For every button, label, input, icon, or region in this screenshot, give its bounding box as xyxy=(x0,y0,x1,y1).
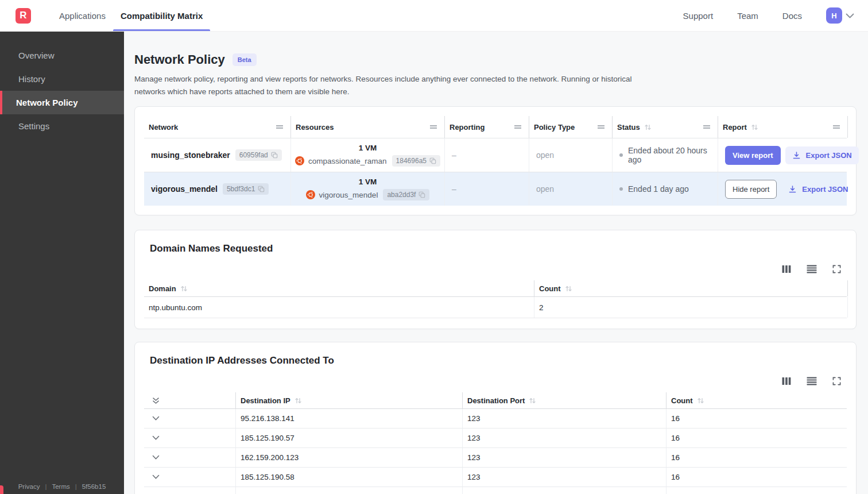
expander-cell xyxy=(144,409,236,428)
columns-view-icon[interactable] xyxy=(782,377,791,385)
network-table-header: Network Resources Reporting xyxy=(144,116,847,138)
destination-table-header: Destination IP Destination Port xyxy=(144,392,847,409)
network-hash-pill: 60959fad xyxy=(235,149,282,161)
copy-icon[interactable] xyxy=(258,186,265,192)
col-header-destination-port[interactable]: Destination Port xyxy=(463,392,666,408)
col-header-domain[interactable]: Domain xyxy=(144,280,534,296)
copy-icon[interactable] xyxy=(429,157,436,164)
nav-link-team[interactable]: Team xyxy=(737,11,758,21)
rows-view-icon[interactable] xyxy=(807,377,817,385)
drag-handle-icon[interactable] xyxy=(832,125,840,129)
report-cell: View report Export JSON xyxy=(718,138,848,172)
reporting-cell: – xyxy=(445,172,529,206)
resource-name: vigorous_mendel xyxy=(319,191,378,199)
fullscreen-icon[interactable] xyxy=(832,265,841,273)
nav-tabs: Applications Compatibility Matrix xyxy=(52,0,210,31)
col-header-count[interactable]: Count xyxy=(666,392,848,408)
col-label: Reporting xyxy=(450,123,485,132)
network-cell: vigorous_mendel 5bdf3dc1 xyxy=(144,172,291,206)
hide-report-button[interactable]: Hide report xyxy=(725,180,777,199)
chevron-down-icon[interactable] xyxy=(152,416,160,421)
network-hash-pill: 5bdf3dc1 xyxy=(223,183,269,195)
expander-cell xyxy=(144,468,236,487)
drag-handle-icon[interactable] xyxy=(597,125,605,129)
resource-count: 1 VM xyxy=(359,177,377,186)
network-name: musing_stonebraker xyxy=(151,150,230,160)
destination-ip-cell: 185.125.190.57 xyxy=(236,429,463,447)
terms-link[interactable]: Terms xyxy=(52,483,69,490)
col-header-reporting: Reporting xyxy=(445,116,529,138)
copy-icon[interactable] xyxy=(271,152,278,159)
col-header-report[interactable]: Report xyxy=(718,116,848,138)
table-row: ntp.ubuntu.com 2 xyxy=(144,297,847,318)
status-dot-icon xyxy=(619,187,623,191)
chevron-down-icon[interactable] xyxy=(152,474,160,480)
policy-type-cell: open xyxy=(529,172,613,206)
drag-handle-icon[interactable] xyxy=(703,125,711,129)
sidebar-item-settings[interactable]: Settings xyxy=(0,114,124,138)
drag-handle-icon[interactable] xyxy=(429,125,437,129)
network-table: Network Resources Reporting xyxy=(144,116,847,206)
hash-text: aba2dd3f xyxy=(387,191,416,199)
rows-view-icon[interactable] xyxy=(807,265,817,273)
corner-accent xyxy=(0,485,3,494)
col-header-expander xyxy=(144,392,236,408)
top-navbar: R Applications Compatibility Matrix Supp… xyxy=(0,0,868,32)
col-label: Count xyxy=(671,396,693,405)
sidebar-item-overview[interactable]: Overview xyxy=(0,44,124,67)
app-logo[interactable]: R xyxy=(16,8,31,24)
sort-icon[interactable] xyxy=(565,285,572,292)
sort-icon[interactable] xyxy=(294,397,302,404)
sidebar-item-history[interactable]: History xyxy=(0,67,124,91)
nav-tab-compatibility-matrix[interactable]: Compatibility Matrix xyxy=(113,0,210,31)
user-avatar[interactable]: H xyxy=(826,7,842,24)
table-toolbar xyxy=(144,265,841,273)
nav-link-support[interactable]: Support xyxy=(683,11,714,21)
nav-link-docs[interactable]: Docs xyxy=(782,11,802,21)
fullscreen-icon[interactable] xyxy=(832,377,841,385)
status-cell: Ended about 20 hours ago xyxy=(613,138,718,172)
nav-tab-applications[interactable]: Applications xyxy=(52,0,113,31)
sidebar: Overview History Network Policy Settings… xyxy=(0,32,124,494)
col-label: Report xyxy=(723,123,747,132)
col-label: Domain xyxy=(149,284,176,293)
resources-cell: 1 VM compassionate_raman xyxy=(291,138,445,172)
col-header-resources: Resources xyxy=(291,116,445,138)
col-header-destination-ip[interactable]: Destination IP xyxy=(236,392,463,408)
status-cell: Ended 1 day ago xyxy=(613,172,718,206)
chevron-down-icon[interactable] xyxy=(846,13,854,18)
sort-icon[interactable] xyxy=(644,124,652,131)
export-json-button[interactable]: Export JSON xyxy=(781,180,855,198)
resources-cell: 1 VM vigorous_mendel xyxy=(291,172,445,206)
sidebar-item-network-policy[interactable]: Network Policy xyxy=(0,91,124,114)
report-cell: Hide report Export JSON xyxy=(718,172,848,206)
col-label: Policy Type xyxy=(534,123,575,132)
sort-icon[interactable] xyxy=(697,397,704,404)
drag-handle-icon[interactable] xyxy=(514,125,522,129)
destination-ip-cell: 162.159.200.123 xyxy=(236,448,463,467)
col-label: Destination IP xyxy=(241,396,290,405)
view-report-button[interactable]: View report xyxy=(725,146,781,165)
ubuntu-icon xyxy=(306,190,315,199)
sort-icon[interactable] xyxy=(180,285,188,292)
count-cell: 16 xyxy=(666,409,848,428)
hash-text: 184696a5 xyxy=(396,157,427,165)
columns-view-icon[interactable] xyxy=(782,265,791,273)
col-header-count[interactable]: Count xyxy=(534,280,848,296)
col-header-status[interactable]: Status xyxy=(613,116,718,138)
copy-icon[interactable] xyxy=(418,191,425,198)
export-label: Export JSON xyxy=(806,151,852,160)
export-json-button[interactable]: Export JSON xyxy=(785,146,859,164)
drag-handle-icon[interactable] xyxy=(276,125,284,129)
sort-icon[interactable] xyxy=(529,397,536,404)
download-icon xyxy=(792,151,801,160)
privacy-link[interactable]: Privacy xyxy=(18,483,40,490)
card-title: Destination IP Addresses Connected To xyxy=(150,355,847,366)
chevron-down-icon[interactable] xyxy=(152,435,160,441)
hash-text: 60959fad xyxy=(239,151,268,159)
network-policy-card: Network Resources Reporting xyxy=(134,106,857,215)
sort-icon[interactable] xyxy=(751,124,758,131)
expander-cell xyxy=(144,448,236,467)
chevron-down-icon[interactable] xyxy=(152,455,160,460)
expand-all-icon[interactable] xyxy=(152,397,160,404)
